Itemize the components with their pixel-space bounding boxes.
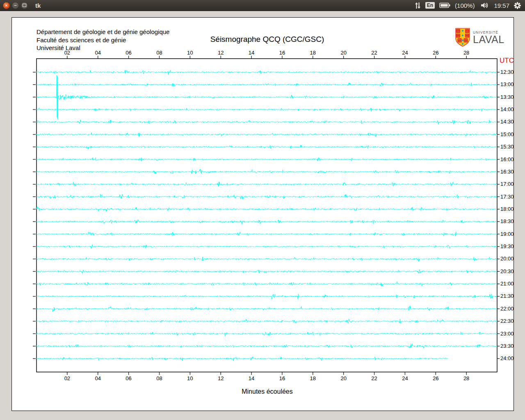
seismogram-trace-16:30 [37,169,497,174]
utc-axis-label: UTC [500,57,514,64]
row-utc-label: 23:30 [500,343,514,349]
window-minimize-button[interactable]: − [12,2,19,9]
top-panel: × − tk En (100%) [0,0,525,11]
row-utc-label: 19:00 [500,231,514,237]
seismogram-trace-17:00 [37,182,497,186]
seismogram-trace-14:30 [37,120,497,124]
x-tick-label-bottom: 22 [371,375,377,381]
x-tick-label-top: 22 [371,50,377,56]
x-tick-label-top: 06 [126,50,131,56]
maximize-icon [23,4,26,7]
seismogram-trace-24:00 [37,357,448,361]
x-tick-label-top: 24 [402,50,408,56]
seismogram-trace-13:30 [37,75,497,119]
x-tick-label-top: 04 [95,50,100,56]
x-tick-label-bottom: 10 [187,375,193,381]
row-utc-label: 24:00 [500,355,514,361]
row-utc-label: 14:30 [500,119,514,125]
seismogram-trace-14:00 [37,108,497,112]
x-tick-label-bottom: 20 [340,375,346,381]
x-tick-label-top: 18 [310,50,316,56]
x-tick-label-bottom: 14 [249,375,254,381]
seismogram-trace-19:30 [37,244,497,249]
x-tick-label-top: 12 [218,50,224,56]
row-utc-label: 18:00 [500,206,514,212]
window-maximize-button[interactable] [21,2,28,9]
seismogram-trace-13:00 [37,83,497,87]
clock[interactable]: 19:57 [494,2,509,9]
seismogram-trace-21:00 [37,282,497,287]
seismogram-trace-12:30 [37,70,497,75]
volume-icon[interactable] [481,2,488,9]
seismogram-trace-23:00 [37,332,497,336]
x-tick-label-top: 20 [340,50,346,56]
seismogram-trace-19:00 [37,232,497,236]
row-utc-label: 21:30 [500,293,514,299]
seismogram-trace-22:00 [37,306,497,312]
row-utc-label: 15:00 [500,131,514,137]
row-utc-label: 21:00 [500,281,514,287]
x-tick-label-top: 26 [433,50,438,56]
x-axis-title: Minutes écoulées [12,388,514,395]
seismogram-trace-18:00 [37,207,497,212]
row-utc-label: 22:30 [500,318,514,324]
x-tick-label-bottom: 16 [279,375,285,381]
row-utc-label: 13:30 [500,94,514,100]
helicorder-plot: 0202040406060808101012121414161618182020… [12,18,514,411]
seismogram-trace-20:30 [37,269,497,274]
seismogram-trace-17:30 [37,194,497,199]
x-tick-label-bottom: 08 [156,375,162,381]
network-updown-arrows-icon[interactable] [415,2,421,9]
x-tick-label-top: 10 [187,50,193,56]
keyboard-layout-indicator[interactable]: En [425,2,435,9]
x-tick-label-top: 14 [249,50,254,56]
x-tick-label-bottom: 28 [463,375,469,381]
row-utc-label: 13:00 [500,81,514,87]
x-tick-label-bottom: 18 [310,375,316,381]
seismogram-trace-20:00 [37,257,497,262]
row-utc-label: 19:30 [500,243,514,249]
row-utc-label: 18:30 [500,218,514,224]
x-tick-label-bottom: 04 [95,375,100,381]
seismogram-trace-18:30 [37,219,497,224]
seismogram-trace-16:00 [37,158,497,161]
battery-icon[interactable] [439,2,450,8]
seismogram-trace-23:30 [37,344,497,348]
x-tick-label-top: 02 [64,50,70,56]
plot-border [37,59,497,372]
battery-percentage: (100%) [455,2,475,9]
row-utc-label: 20:30 [500,268,514,274]
seismogram-trace-15:00 [37,132,497,137]
x-tick-label-bottom: 12 [218,375,224,381]
window-title: tk [35,2,41,9]
session-gear-icon[interactable] [514,2,521,9]
seismogram-trace-21:30 [37,294,497,299]
x-tick-label-top: 16 [279,50,285,56]
x-tick-label-bottom: 02 [64,375,70,381]
x-tick-label-bottom: 24 [402,375,408,381]
row-utc-label: 16:30 [500,169,514,175]
row-utc-label: 12:30 [500,69,514,75]
system-tray: En (100%) 19:57 [415,2,525,9]
row-utc-label: 14:00 [500,106,514,112]
row-utc-label: 17:30 [500,194,514,200]
row-utc-label: 23:00 [500,331,514,337]
row-utc-label: 15:30 [500,144,514,150]
row-utc-label: 20:00 [500,256,514,262]
x-tick-label-top: 28 [463,50,469,56]
seismogram-trace-15:30 [37,145,497,149]
row-utc-label: 16:00 [500,156,514,162]
x-tick-label-bottom: 26 [433,375,438,381]
seismograph-app-window: Département de géologie et de génie géol… [11,17,514,411]
x-tick-label-top: 08 [156,50,162,56]
window-buttons: × − [0,2,28,9]
row-utc-label: 22:00 [500,306,514,312]
window-close-button[interactable]: × [3,2,10,9]
row-utc-label: 17:00 [500,181,514,187]
seismogram-trace-22:30 [37,319,497,323]
x-tick-label-bottom: 06 [126,375,131,381]
